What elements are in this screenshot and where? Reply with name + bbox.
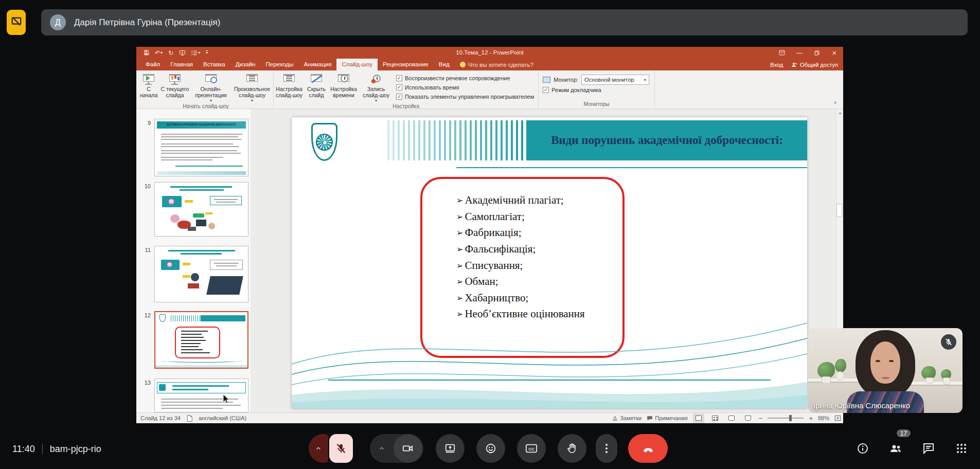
mic-off-icon — [945, 338, 953, 346]
tab-home[interactable]: Главная — [165, 59, 198, 70]
slide-sorter-icon — [712, 416, 718, 421]
tab-design[interactable]: Дизайн — [230, 59, 261, 70]
checkbox-play-narrations[interactable]: ✓ Воспроизвести речевое сопровождение — [396, 74, 534, 83]
scroll-up-icon[interactable]: ▲ — [836, 111, 844, 115]
tell-me-tab[interactable]: Что вы хотите сделать? — [455, 59, 539, 70]
view-slideshow-button[interactable] — [742, 413, 754, 423]
meeting-details-button[interactable] — [856, 441, 870, 456]
close-button[interactable]: × — [826, 47, 843, 59]
presentation-banner[interactable]: Д Дарія Петрівна Гуріна (Презентація) — [41, 9, 968, 35]
checkbox-show-media-controls[interactable]: ✓ Показать элементы управления проигрыва… — [396, 92, 534, 101]
participant-video-tile[interactable]: Ірина Юріївна Слюсаренко — [808, 328, 963, 413]
zoom-slider[interactable] — [768, 418, 804, 419]
bullet-item: ➢Фальсифікація; — [456, 241, 585, 258]
tab-animations[interactable]: Анимация — [298, 59, 336, 70]
reactions-button[interactable] — [476, 434, 505, 463]
captions-icon: CC — [525, 443, 538, 454]
fit-to-window-icon[interactable] — [834, 415, 841, 421]
thumb-number: 10 — [141, 183, 151, 189]
collapse-ribbon-icon[interactable]: ∧ — [833, 100, 837, 105]
more-options-button[interactable] — [596, 434, 617, 463]
thumbnail-slide-13[interactable] — [154, 378, 248, 412]
zoom-level[interactable]: 88% — [818, 415, 829, 421]
dropdown-caret-icon: ▾ — [644, 78, 646, 82]
clock: 11:40 — [12, 444, 35, 455]
divider — [42, 444, 43, 454]
checkbox-presenter-view[interactable]: ✓ Режим докладчика — [543, 85, 649, 95]
from-current-slide-button[interactable]: С текущего слайда — [159, 72, 191, 99]
group-setup: Настройка слайд-шоу Скрыть слайд Настрой… — [274, 70, 539, 109]
reading-view-icon — [728, 416, 735, 421]
camera-toggle-button[interactable] — [394, 434, 422, 463]
smiley-icon — [485, 443, 496, 454]
arrow-bullet-icon: ➢ — [456, 244, 463, 254]
ppt-titlebar: ↶▾ ↻ ▾ ▾ 10.Тема_12 - PowerPoint — × — [136, 47, 843, 59]
ribbon-display-options-icon[interactable] — [773, 47, 791, 59]
participant-muted-indicator — [941, 334, 956, 350]
tab-slideshow[interactable]: Слайд-шоу — [336, 59, 378, 70]
thumbnail-slide-12[interactable] — [154, 311, 248, 369]
from-beginning-button[interactable]: С начала — [138, 72, 159, 99]
view-reading-button[interactable] — [726, 413, 737, 423]
checkbox-use-timings[interactable]: ✓ Использовать время — [396, 83, 534, 92]
powerpoint-window: ↶▾ ↻ ▾ ▾ 10.Тема_12 - PowerPoint — × Фай… — [136, 47, 843, 423]
thumbnail-slide-9[interactable]: ДОТРИМАННЯ ПРИНЦИПІВ АКАДЕМІЧНОЇ ДОБРОЧЕ… — [154, 119, 248, 176]
setup-slideshow-button[interactable]: Настройка слайд-шоу — [274, 72, 305, 99]
record-slideshow-button[interactable]: Запись слайд-шоу▾ — [359, 72, 393, 103]
view-normal-button[interactable] — [693, 413, 704, 423]
zoom-in-button[interactable]: + — [809, 414, 813, 422]
header-underline — [456, 167, 807, 168]
activities-button[interactable] — [954, 441, 969, 456]
custom-slideshow-icon — [245, 73, 259, 85]
share-button[interactable]: Общий доступ — [791, 62, 838, 68]
arrow-bullet-icon: ➢ — [456, 195, 463, 205]
tab-file[interactable]: Файл — [140, 59, 165, 70]
account-area: Вход Общий доступ — [770, 59, 838, 70]
slideshow-view-icon — [745, 416, 751, 421]
present-online-button[interactable]: Онлайн-презентация▾ — [191, 72, 231, 103]
tell-me-label: Что вы хотите сделать? — [468, 62, 533, 68]
tab-transitions[interactable]: Переходы — [260, 59, 298, 70]
chat-button[interactable] — [921, 441, 936, 456]
meeting-code: bam-pjcp-rio — [50, 444, 101, 455]
bullet-item: ➢Самоплагіат; — [456, 209, 585, 225]
captions-button[interactable]: CC — [517, 434, 546, 463]
tab-insert[interactable]: Вставка — [198, 59, 230, 70]
scrollbar-thumb[interactable] — [836, 204, 842, 217]
zoom-out-button[interactable]: − — [759, 414, 763, 422]
comments-toggle[interactable]: Примечания — [647, 415, 688, 421]
raise-hand-button[interactable] — [558, 434, 586, 463]
notes-page-icon[interactable] — [187, 415, 192, 422]
participant-count-badge: 17 — [896, 428, 912, 438]
monitor-select[interactable]: Основной монитор ▾ — [581, 75, 649, 85]
hide-slide-button[interactable]: Скрыть слайд — [305, 72, 328, 99]
camera-options-button[interactable] — [370, 445, 394, 452]
minimize-button[interactable]: — — [791, 47, 808, 59]
decorative-waves — [292, 287, 807, 408]
monitor-label: Монитор: — [554, 77, 578, 83]
end-call-button[interactable] — [628, 434, 668, 463]
restore-button[interactable] — [808, 47, 826, 59]
present-button[interactable] — [436, 434, 465, 463]
arrow-bullet-icon: ➢ — [456, 228, 463, 238]
view-slide-sorter-button[interactable] — [709, 413, 721, 423]
slideshow-start-icon — [141, 73, 156, 85]
rehearse-timings-button[interactable]: Настройка времени — [328, 72, 359, 99]
custom-slideshow-button[interactable]: Произвольное слайд-шоу▾ — [231, 72, 273, 103]
signin-link[interactable]: Вход — [770, 62, 783, 68]
notes-toggle[interactable]: Заметки — [612, 415, 642, 421]
avatar: Д — [50, 14, 66, 30]
thumbnail-slide-11[interactable]: © — [154, 246, 248, 302]
participants-button[interactable] — [888, 441, 903, 456]
zoom-slider-thumb[interactable] — [789, 415, 792, 421]
presentation-title: Дарія Петрівна Гуріна (Презентація) — [74, 17, 220, 28]
thumbnail-slide-10[interactable]: © — [154, 182, 248, 237]
mic-toggle-button[interactable] — [329, 434, 353, 463]
presenting-status-chip[interactable] — [7, 10, 26, 35]
slide-thumbnail-panel: 9 ДОТРИМАННЯ ПРИНЦИПІВ АКАДЕМІЧНОЇ ДОБРО… — [136, 109, 251, 412]
tab-review[interactable]: Рецензирование — [378, 59, 434, 70]
tab-view[interactable]: Вид — [434, 59, 455, 70]
chat-icon — [922, 442, 935, 455]
language-indicator[interactable]: английский (США) — [199, 415, 246, 421]
mic-options-button[interactable] — [309, 434, 328, 463]
